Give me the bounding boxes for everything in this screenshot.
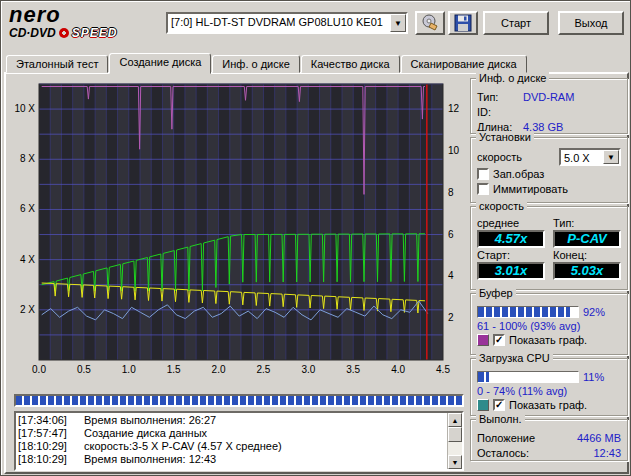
svg-text:3.0: 3.0 [301, 364, 315, 375]
svg-text:2.5: 2.5 [256, 364, 270, 375]
position-value: 4466 MB [577, 432, 621, 444]
log-scrollbar[interactable]: ▲ ▼ [447, 413, 462, 469]
drive-selector[interactable]: [7:0] HL-DT-ST DVDRAM GP08LU10 KE01 ▼ [166, 12, 408, 34]
buffer-range: 61 - 100% (93% avg) [477, 320, 621, 332]
svg-text:12: 12 [448, 103, 460, 114]
position-label: Положение [477, 432, 535, 444]
buffer-graph-checkbox[interactable]: ✓ [493, 334, 505, 346]
end-speed-label: Конец: [553, 249, 621, 261]
start-button[interactable]: Старт [483, 11, 549, 35]
group-title-progress: Выполн. [476, 413, 525, 425]
speed-selector-value: 5.0 X [561, 150, 603, 164]
tab-bar: Эталонный тестСоздание дискаИнф. о диске… [6, 52, 528, 73]
speed-chart: 10 X8 X6 X4 X2 X121086420.00.51.01.52.02… [9, 79, 467, 387]
svg-text:4.5: 4.5 [436, 364, 450, 375]
content-panel: 10 X8 X6 X4 X2 X121086420.00.51.01.52.02… [4, 72, 629, 474]
buffer-group: Буфер 92% 61 - 100% (93% avg) ✓ Показать… [470, 293, 628, 355]
scroll-up-icon[interactable]: ▲ [448, 413, 462, 427]
write-image-checkbox[interactable] [477, 168, 489, 180]
svg-text:4.0: 4.0 [391, 364, 405, 375]
speed-type-label: Тип: [553, 217, 621, 229]
floppy-icon [454, 14, 472, 32]
write-progress-fill [16, 396, 462, 405]
log-lines: [17:34:06]Время выполнения: 26:27[17:57:… [16, 413, 447, 469]
buffer-graph-label: Показать граф. [509, 334, 587, 346]
buffer-percent: 92% [583, 306, 605, 318]
group-title-buffer: Буфер [476, 287, 516, 299]
tab-benchmark[interactable]: Эталонный тест [6, 55, 108, 73]
svg-text:2 X: 2 X [20, 304, 35, 315]
start-speed-label: Старт: [477, 249, 545, 261]
svg-text:8 X: 8 X [20, 153, 35, 164]
start-speed-display: 3.01x [477, 262, 545, 280]
buffer-level-fill [478, 307, 570, 317]
cpu-load-bar [477, 371, 579, 383]
hand-disc-icon [420, 14, 440, 32]
log-line: [17:34:06]Время выполнения: 26:27 [18, 414, 445, 427]
cpu-range: 0 - 74% (11% avg) [477, 385, 621, 397]
log-line: [18:10:29]скорость:3-5 X P-CAV (4.57 X с… [18, 440, 445, 453]
disc-icon [59, 28, 69, 38]
remaining-value: 12:43 [593, 447, 621, 459]
nero-logo: nero CD·DVD SPEED [9, 4, 159, 46]
speed-select-label: скорость [477, 151, 522, 163]
chevron-down-icon[interactable]: ▼ [603, 150, 619, 164]
logo-text-cddvd: CD·DVD [9, 26, 56, 40]
avg-speed-display: 4.57x [477, 230, 545, 248]
logo-text-nero: nero [9, 4, 159, 26]
svg-text:8: 8 [448, 187, 454, 198]
speed-type-display: P-CAV [553, 230, 621, 248]
drive-selector-value: [7:0] HL-DT-ST DVDRAM GP08LU10 KE01 [168, 14, 390, 32]
tab-create-disc[interactable]: Создание диска [109, 53, 211, 74]
buffer-color-swatch [477, 334, 489, 346]
avg-speed-label: среднее [477, 217, 545, 229]
svg-text:2.0: 2.0 [212, 364, 226, 375]
simulate-label: Иммитировать [493, 183, 568, 195]
cpu-graph-label: Показать граф. [509, 399, 587, 411]
write-progress-bar [14, 394, 464, 407]
settings-group: Установки скорость 5.0 X ▼ Зап.образ Имм… [470, 137, 628, 203]
svg-text:4 X: 4 X [20, 254, 35, 265]
scrollbar-thumb[interactable] [448, 427, 462, 442]
log-line: [17:57:47]Создание диска данных [18, 427, 445, 440]
eject-disc-button[interactable] [415, 11, 445, 35]
cpu-percent: 11% [583, 371, 604, 383]
svg-text:3.5: 3.5 [346, 364, 360, 375]
speed-group: скорость среднее Тип: 4.57x P-CAV Старт:… [470, 206, 628, 290]
svg-text:10: 10 [448, 145, 460, 156]
svg-text:10 X: 10 X [14, 103, 35, 114]
cpu-graph-checkbox[interactable]: ✓ [493, 399, 505, 411]
scroll-down-icon[interactable]: ▼ [448, 455, 462, 469]
end-speed-display: 5.03x [553, 262, 621, 280]
svg-text:0.5: 0.5 [77, 364, 91, 375]
side-panel: Инф. о диске Тип: DVD-RAM ID: Длина: 4.3… [470, 78, 628, 461]
disc-type-value: DVD-RAM [523, 91, 574, 103]
speed-selector[interactable]: 5.0 X ▼ [559, 148, 621, 166]
disc-id-label: ID: [477, 106, 519, 118]
svg-text:4: 4 [448, 270, 454, 281]
group-title-settings: Установки [476, 131, 534, 143]
save-button[interactable] [448, 11, 478, 35]
log-line: [18:10:29]Время выполнения: 12:43 [18, 453, 445, 466]
svg-text:1.0: 1.0 [122, 364, 136, 375]
chevron-down-icon[interactable]: ▼ [390, 14, 406, 32]
simulate-checkbox[interactable] [477, 183, 489, 195]
group-title-cpu: Загрузка CPU [476, 352, 553, 364]
svg-text:2: 2 [448, 312, 454, 323]
tab-disc-info[interactable]: Инф. о диске [212, 55, 299, 73]
exit-button[interactable]: Выход [558, 11, 624, 35]
tab-disc-quality[interactable]: Качество диска [301, 55, 400, 73]
group-title-speed: скорость [476, 200, 527, 212]
group-title-disc-info: Инф. о диске [476, 72, 549, 84]
remaining-label: Осталось: [477, 447, 529, 459]
svg-text:1.5: 1.5 [167, 364, 181, 375]
disc-info-group: Инф. о диске Тип: DVD-RAM ID: Длина: 4.3… [470, 78, 628, 134]
cpu-color-swatch [477, 399, 489, 411]
cpu-group: Загрузка CPU 11% 0 - 74% (11% avg) ✓ Пок… [470, 358, 628, 416]
app-window: nero CD·DVD SPEED [7:0] HL-DT-ST DVDRAM … [0, 0, 631, 476]
logo-text-speed: SPEED [72, 26, 118, 40]
progress-group: Выполн. Положение 4466 MB Осталось: 12:4… [470, 419, 628, 461]
cpu-load-fill [478, 372, 489, 382]
tab-scan-disc[interactable]: Сканирование диска [401, 55, 527, 73]
buffer-level-bar [477, 306, 579, 318]
